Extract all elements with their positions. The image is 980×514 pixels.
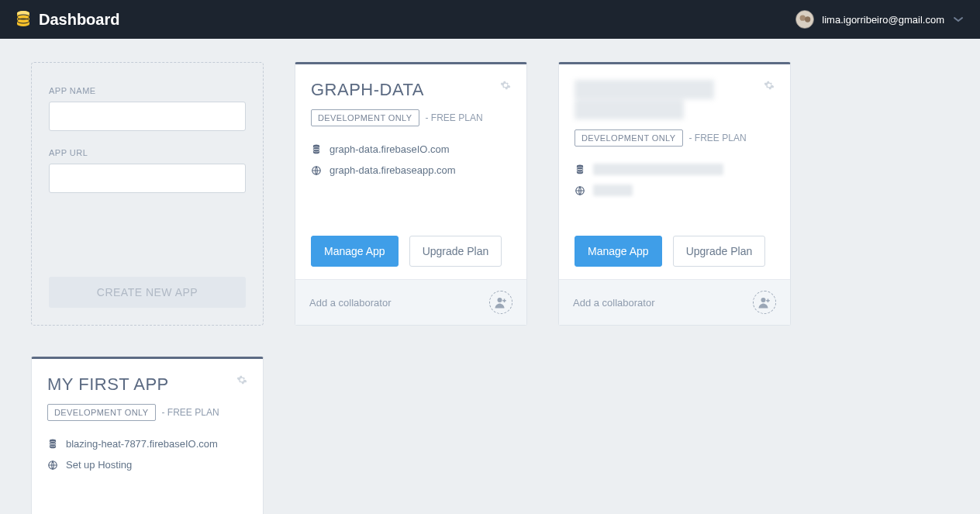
dev-only-badge: DEVELOPMENT ONLY [575,129,683,147]
create-new-app-button[interactable]: CREATE NEW APP [49,277,246,308]
host-url: graph-data.firebaseapp.com [330,164,456,176]
user-avatar[interactable] [795,10,814,29]
app-url-label: APP URL [49,148,246,157]
gear-icon[interactable] [764,80,775,91]
database-icon [575,164,585,175]
page-title: Dashboard [39,11,119,29]
globe-icon [311,165,322,176]
svg-point-11 [498,298,502,302]
app-title: GRAPH-DATA [311,80,424,100]
globe-icon [47,460,58,471]
app-card-redacted: REDACTED APP NAME LONG DEVELOPMENT ONLY … [558,62,791,326]
setup-hosting-text: Set up Hosting [66,459,132,471]
app-title: MY FIRST APP [47,374,169,395]
host-url-row[interactable]: redacted [575,185,775,196]
host-url: redacted [593,185,633,196]
setup-hosting-row[interactable]: Set up Hosting [47,459,247,471]
svg-point-6 [805,16,810,22]
app-name-label: APP NAME [49,86,246,95]
app-card-my-first-app: MY FIRST APP DEVELOPMENT ONLY - FREE PLA… [31,357,264,514]
app-card-graph-data: GRAPH-DATA DEVELOPMENT ONLY - FREE PLAN … [295,62,527,326]
app-name-input[interactable] [49,102,246,131]
database-icon [47,439,58,450]
globe-icon [575,185,585,196]
app-title: REDACTED APP NAME LONG [575,80,764,120]
upgrade-plan-button[interactable]: Upgrade Plan [673,236,766,267]
db-url: graph-data.firebaseIO.com [330,143,450,155]
plan-text: - FREE PLAN [426,112,483,123]
app-url-input[interactable] [49,164,246,193]
create-app-card: APP NAME APP URL CREATE NEW APP [31,62,264,326]
plan-text: - FREE PLAN [162,407,219,418]
svg-point-5 [800,16,806,21]
add-collaborator-icon[interactable] [489,291,512,314]
dev-only-badge: DEVELOPMENT ONLY [47,404,156,421]
manage-app-button[interactable]: Manage App [311,236,399,267]
dev-only-badge: DEVELOPMENT ONLY [311,109,419,126]
db-url-row[interactable]: graph-data.firebaseIO.com [311,143,511,155]
chevron-down-icon[interactable] [952,13,964,26]
db-url-row[interactable]: redacted-app.firebaseIO.com [575,164,775,175]
add-collaborator-link[interactable]: Add a collaborator [573,297,655,309]
host-url-row[interactable]: graph-data.firebaseapp.com [311,164,511,176]
manage-app-button[interactable]: Manage App [575,236,662,267]
db-url-row[interactable]: blazing-heat-7877.firebaseIO.com [47,438,247,450]
dashboard-grid: APP NAME APP URL CREATE NEW APP GRAPH-DA… [0,39,980,514]
plan-text: - FREE PLAN [689,133,747,143]
gear-icon[interactable] [236,374,247,385]
firebase-logo-icon [16,10,31,29]
user-email: lima.igorribeiro@gmail.com [822,14,944,26]
add-collaborator-icon[interactable] [753,291,776,314]
add-collaborator-link[interactable]: Add a collaborator [309,297,392,309]
database-icon [311,144,322,155]
svg-point-16 [761,298,766,302]
upgrade-plan-button[interactable]: Upgrade Plan [409,236,502,267]
db-url: redacted-app.firebaseIO.com [593,164,723,175]
gear-icon[interactable] [500,80,511,91]
top-header: Dashboard lima.igorribeiro@gmail.com [0,0,980,39]
db-url: blazing-heat-7877.firebaseIO.com [66,438,218,450]
